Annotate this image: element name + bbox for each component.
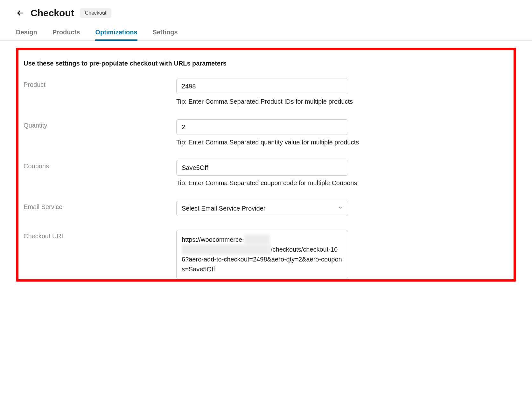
tab-optimizations[interactable]: Optimizations (95, 24, 137, 40)
quantity-input[interactable] (176, 119, 348, 135)
checkout-url-redacted-2: xxxxxxxxxxxxxxxxxxxxxxxxxxx (182, 245, 271, 254)
coupons-input[interactable] (176, 160, 348, 176)
coupons-tip: Tip: Enter Comma Separated coupon code f… (176, 179, 361, 187)
email-service-select[interactable]: Select Email Service Provider (176, 201, 348, 216)
tab-design[interactable]: Design (16, 24, 37, 40)
tab-products[interactable]: Products (52, 24, 80, 40)
checkout-url-label: Checkout URL (24, 230, 170, 240)
highlighted-settings-box: Use these settings to pre-populate check… (16, 48, 516, 282)
checkout-url-prefix: https://woocommerce- (182, 236, 244, 243)
tabs-bar: Design Products Optimizations Settings (0, 24, 532, 41)
checkout-url-output[interactable]: https://woocommerce-xxxxxxxxxxxxxxxxxxxx… (176, 230, 348, 279)
quantity-tip: Tip: Enter Comma Separated quantity valu… (176, 139, 361, 146)
product-input[interactable] (176, 79, 348, 94)
section-description: Use these settings to pre-populate check… (24, 60, 508, 67)
email-service-label: Email Service (24, 201, 170, 211)
page-pill: Checkout (80, 8, 112, 18)
product-label: Product (24, 79, 170, 88)
tab-settings[interactable]: Settings (153, 24, 178, 40)
product-tip: Tip: Enter Comma Separated Product IDs f… (176, 98, 361, 105)
coupons-label: Coupons (24, 160, 170, 170)
quantity-label: Quantity (24, 119, 170, 129)
back-arrow-icon[interactable] (16, 9, 25, 17)
checkout-url-redacted-1: xxxxxx (244, 235, 270, 245)
page-title: Checkout (31, 8, 74, 18)
